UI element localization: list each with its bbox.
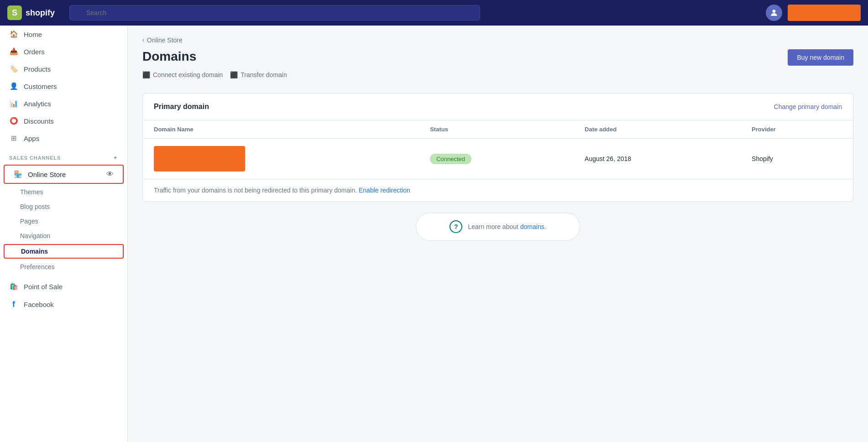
- sidebar-item-label-products: Products: [24, 65, 51, 73]
- topnav-orange-button[interactable]: [788, 5, 861, 21]
- col-provider: Provider: [741, 120, 853, 139]
- online-store-left: 🏪 Online Store: [14, 170, 66, 178]
- sidebar-sub-label-preferences: Preferences: [20, 263, 54, 270]
- sidebar-nav-orders[interactable]: 📥 Orders: [0, 43, 127, 60]
- learn-more-label: Learn more about: [468, 223, 518, 230]
- connect-existing-domain-label: Connect existing domain: [153, 71, 223, 78]
- domain-name-orange-block: [154, 146, 245, 172]
- table-header-row: Domain Name Status Date added Provider: [143, 120, 853, 139]
- sidebar-nav-discounts[interactable]: ⭕ Discounts: [0, 112, 127, 130]
- orders-icon: 📥: [9, 47, 18, 56]
- sales-channels-label: SALES CHANNELS: [9, 155, 61, 161]
- help-icon: ?: [450, 220, 462, 233]
- sidebar-nav-analytics[interactable]: 📊 Analytics: [0, 95, 127, 112]
- search-input[interactable]: [69, 5, 480, 21]
- domain-provider-cell: Shopify: [741, 139, 853, 179]
- sidebar-nav-home[interactable]: 🏠 Home: [0, 26, 127, 43]
- sidebar-sub-preferences[interactable]: Preferences: [0, 260, 127, 274]
- domains-learn-more-link[interactable]: domains.: [520, 223, 546, 230]
- col-domain-name: Domain Name: [143, 120, 419, 139]
- sidebar-item-label-analytics: Analytics: [24, 100, 51, 108]
- transfer-domain-label: Transfer domain: [241, 71, 287, 78]
- domain-table: Domain Name Status Date added Provider C…: [143, 120, 853, 179]
- sidebar-item-label-discounts: Discounts: [24, 117, 54, 125]
- sidebar-item-label-apps: Apps: [24, 135, 39, 142]
- primary-domain-title: Primary domain: [154, 103, 209, 111]
- domain-date-cell: August 26, 2018: [574, 139, 741, 179]
- shopify-logo: S shopify: [7, 5, 62, 20]
- sidebar-sub-label-themes: Themes: [20, 188, 43, 196]
- facebook-icon: f: [9, 300, 18, 309]
- connect-icon: ⬛: [142, 71, 150, 78]
- sidebar-item-label-orders: Orders: [24, 48, 45, 56]
- apps-icon: ⊞: [9, 134, 18, 142]
- sidebar-sub-label-blog-posts: Blog posts: [20, 203, 50, 210]
- breadcrumb-chevron-icon: ‹: [142, 37, 144, 43]
- discounts-icon: ⭕: [9, 117, 18, 125]
- pos-icon: 🛍️: [9, 282, 18, 291]
- sidebar-sub-label-pages: Pages: [20, 218, 38, 225]
- avatar[interactable]: [766, 5, 782, 21]
- online-store-label: Online Store: [28, 171, 66, 178]
- redirect-notice: Traffic from your domains is not being r…: [143, 179, 853, 201]
- transfer-icon: ⬛: [230, 71, 238, 78]
- analytics-icon: 📊: [9, 99, 18, 108]
- col-status: Status: [419, 120, 574, 139]
- sidebar-item-label-pos: Point of Sale: [24, 283, 63, 291]
- products-icon: 🏷️: [9, 65, 18, 73]
- main-content: ‹ Online Store Domains ⬛ Connect existin…: [128, 26, 868, 442]
- sidebar-nav-products[interactable]: 🏷️ Products: [0, 60, 127, 78]
- domain-name-cell: [143, 139, 419, 179]
- col-date-added: Date added: [574, 120, 741, 139]
- sales-channels-section: SALES CHANNELS ＋: [0, 147, 127, 164]
- page-header-row: Domains ⬛ Connect existing domain ⬛ Tran…: [142, 49, 853, 89]
- sidebar-sub-navigation[interactable]: Navigation: [0, 229, 127, 243]
- sidebar: 🏠 Home 📥 Orders 🏷️ Products 👤 Customers …: [0, 26, 128, 442]
- shopify-logo-icon: S: [7, 5, 22, 20]
- sidebar-nav-apps[interactable]: ⊞ Apps: [0, 130, 127, 147]
- top-navigation: S shopify 🔍: [0, 0, 868, 26]
- customers-icon: 👤: [9, 82, 18, 90]
- sidebar-nav-pos[interactable]: 🛍️ Point of Sale: [0, 278, 127, 295]
- home-icon: 🏠: [9, 30, 18, 38]
- page-actions: ⬛ Connect existing domain ⬛ Transfer dom…: [142, 71, 287, 78]
- connect-existing-domain-link[interactable]: ⬛ Connect existing domain: [142, 71, 223, 78]
- breadcrumb[interactable]: ‹ Online Store: [142, 36, 853, 44]
- search-container: 🔍: [69, 5, 480, 21]
- page-title: Domains: [142, 49, 287, 64]
- page-title-block: Domains ⬛ Connect existing domain ⬛ Tran…: [142, 49, 287, 89]
- add-sales-channel-icon[interactable]: ＋: [113, 154, 118, 161]
- status-badge: Connected: [430, 154, 471, 164]
- sidebar-nav-customers[interactable]: 👤 Customers: [0, 78, 127, 95]
- buy-new-domain-button[interactable]: Buy new domain: [788, 49, 853, 66]
- learn-more-text: Learn more about domains.: [468, 223, 546, 230]
- change-primary-domain-link[interactable]: Change primary domain: [774, 103, 842, 110]
- domain-status-cell: Connected: [419, 139, 574, 179]
- redirect-notice-text: Traffic from your domains is not being r…: [154, 187, 357, 194]
- domain-card-header: Primary domain Change primary domain: [143, 94, 853, 120]
- sidebar-sub-label-domains: Domains: [21, 248, 48, 255]
- sidebar-sub-themes[interactable]: Themes: [0, 185, 127, 199]
- sidebar-sub-label-navigation: Navigation: [20, 232, 50, 239]
- topnav-right: [766, 5, 861, 21]
- online-store-icon: 🏪: [14, 170, 22, 178]
- eye-icon[interactable]: 👁: [106, 170, 114, 178]
- sidebar-nav-online-store[interactable]: 🏪 Online Store 👁: [4, 165, 124, 184]
- primary-domain-card: Primary domain Change primary domain Dom…: [142, 93, 853, 202]
- sidebar-item-label-customers: Customers: [24, 83, 57, 90]
- sidebar-item-label-facebook: Facebook: [24, 301, 54, 308]
- sidebar-sub-pages[interactable]: Pages: [0, 214, 127, 229]
- sidebar-sub-blog-posts[interactable]: Blog posts: [0, 199, 127, 214]
- sidebar-item-label-home: Home: [24, 31, 42, 38]
- shopify-logo-text: shopify: [26, 8, 55, 18]
- enable-redirection-link[interactable]: Enable redirection: [359, 187, 410, 194]
- breadcrumb-label: Online Store: [147, 36, 183, 44]
- transfer-domain-link[interactable]: ⬛ Transfer domain: [230, 71, 287, 78]
- learn-more-card: ? Learn more about domains.: [416, 213, 580, 241]
- app-body: 🏠 Home 📥 Orders 🏷️ Products 👤 Customers …: [0, 26, 868, 442]
- table-row: Connected August 26, 2018 Shopify: [143, 139, 853, 179]
- sidebar-sub-domains[interactable]: Domains: [4, 244, 124, 259]
- sidebar-nav-facebook[interactable]: f Facebook: [0, 295, 127, 314]
- online-store-right: 👁: [106, 170, 114, 178]
- svg-point-0: [773, 10, 776, 13]
